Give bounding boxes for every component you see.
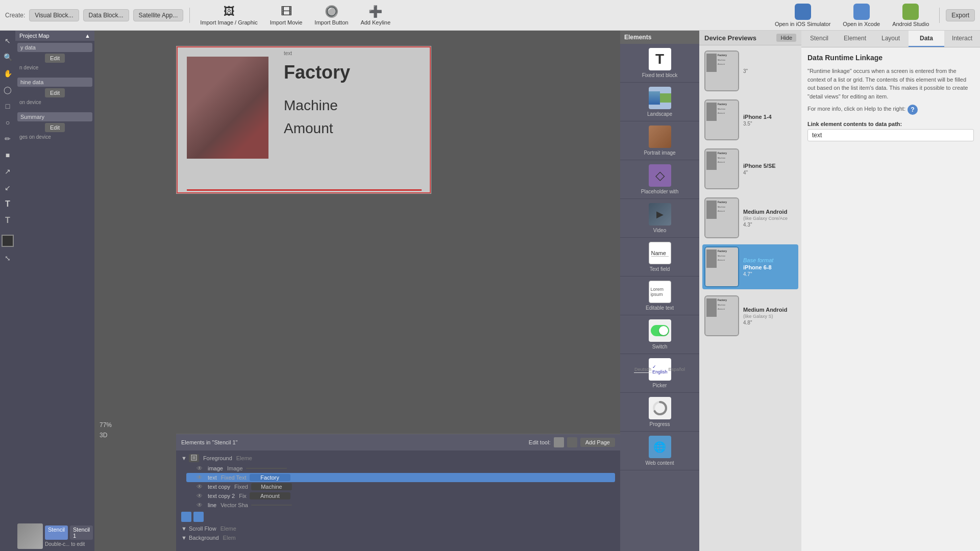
device-info-4: Base format iPhone 6-8 4.7" (743, 257, 773, 277)
eye-image[interactable]: 👁 (197, 465, 203, 472)
android-studio-btn[interactable]: Android Studio (888, 2, 933, 29)
elements-header-label: Elements in "Stencil 1" (181, 439, 238, 445)
device-item-0[interactable]: Factory Machine Amount 3" (702, 48, 798, 93)
project-map-header[interactable]: Project Map ▲ (15, 31, 94, 41)
device-item-4[interactable]: Factory Machine Amount Base format iPhon… (702, 244, 798, 289)
device-size-1: 3.5" (743, 121, 772, 127)
element-landscape[interactable]: Landscape (620, 83, 699, 121)
tree-item-text-factory[interactable]: 👁 text Fixed Text Factory (186, 473, 615, 482)
stack-icon-2[interactable] (193, 512, 204, 522)
image-value (246, 468, 287, 469)
create-label: Create: (5, 12, 25, 19)
edit-tool-cursor[interactable] (554, 437, 564, 447)
help-icon[interactable]: ? (908, 105, 918, 115)
picker-label: Picker (653, 383, 667, 388)
add-page-btn[interactable]: Add Page (580, 438, 615, 447)
device-info-1: iPhone 1-4 3.5" (743, 114, 772, 127)
edit-y-data-btn[interactable]: Edit (45, 54, 65, 63)
foreground-section[interactable]: ▼ Foreground Eleme (181, 453, 615, 464)
tab-layout[interactable]: Layout (873, 31, 909, 47)
rect-tool[interactable]: □ (1, 99, 15, 113)
portrait-icon (649, 126, 671, 148)
device-size-3: 4.3" (743, 222, 788, 228)
device-info-3: Medium Android (like Galaxy Core/Ace 4.3… (743, 209, 788, 228)
zoom-level: 77% (100, 421, 112, 429)
satellite-app-btn[interactable]: Satellite App... (133, 9, 184, 21)
element-portrait[interactable]: Portrait image (620, 121, 699, 160)
open-ios-sim-btn[interactable]: Open in iOS Simulator (771, 2, 835, 29)
device-item-5[interactable]: Factory Machine Amount Medium Android (l… (702, 293, 798, 338)
zoom-tool[interactable]: 🔍 (1, 50, 15, 64)
color-swatch[interactable] (2, 235, 14, 247)
edit-tool-section: Edit tool: Add Page (529, 437, 615, 447)
tab-element[interactable]: Element (837, 31, 873, 47)
open-xcode-btn[interactable]: Open in Xcode (839, 2, 884, 29)
eye-text-copy[interactable]: 👁 (197, 483, 203, 490)
add-keyline-btn[interactable]: ➕ Add Keyline (356, 3, 395, 28)
web-content-icon: 🌐 (649, 436, 671, 458)
device-previews-title: Device Previews (704, 34, 756, 42)
main-layout: ↖ 🔍 ✋ ◯ □ ○ ✏ ■ ↗ ↙ T T ⤡ Project Map ▲ … (0, 31, 980, 551)
element-placeholder[interactable]: ◇ Placeholder with (620, 160, 699, 199)
move-tool[interactable]: ↙ (1, 181, 15, 195)
device-item-3[interactable]: Factory Machine Amount Medium Android (l… (702, 195, 798, 240)
switch-label: Switch (652, 344, 667, 349)
eye-line[interactable]: 👁 (197, 502, 203, 509)
device-item-1[interactable]: Factory Machine Amount iPhone 1-4 3.5" (702, 97, 798, 142)
stencil-info: Stencil Stencil 1 Double-c... to edit (45, 525, 93, 547)
ellipse-tool[interactable]: ○ (1, 115, 15, 130)
device-name-4: iPhone 6-8 (743, 264, 773, 270)
canvas-area: text Factory Machine Amount Align... ▼ (94, 31, 620, 551)
square-tool[interactable]: ■ (1, 148, 15, 162)
device-thumb-4: Factory Machine Amount (704, 246, 739, 287)
resize-handle[interactable]: ⤡ (1, 251, 15, 265)
select-tool[interactable]: ↗ (1, 164, 15, 179)
hand-tool[interactable]: ✋ (1, 66, 15, 81)
tab-interact[interactable]: Interact (944, 31, 980, 47)
element-video[interactable]: ▶ Video (620, 199, 699, 238)
import-button-btn[interactable]: 🔘 Import Button (310, 3, 352, 28)
edit-tool-alt[interactable] (567, 437, 577, 447)
elements-tree: ▼ Foreground Eleme 👁 image Image (176, 450, 620, 544)
element-switch[interactable]: Switch (620, 315, 699, 354)
pen-tool[interactable]: ◯ (1, 83, 15, 97)
eye-text-copy2[interactable]: 👁 (197, 492, 203, 499)
tab-stencil[interactable]: Stencil (801, 31, 837, 47)
text-tool[interactable]: T (1, 197, 15, 211)
field-label: Link element contents to data path: (807, 121, 974, 127)
import-movie-btn[interactable]: 🎞 Import Movie (266, 3, 307, 28)
device-size-detail-3: (like Galaxy Core/Ace (743, 216, 788, 221)
separator-1 (189, 8, 190, 23)
stack-icon-1[interactable] (181, 512, 191, 522)
tree-item-text-amount: 👁 text copy 2 Fix Amount (186, 491, 615, 500)
canvas-image (187, 57, 268, 159)
project-map-label: Project Map (19, 33, 50, 39)
pencil-tool[interactable]: ✏ (1, 132, 15, 146)
progress-icon (649, 397, 671, 419)
background-section[interactable]: ▼ Background Elem (181, 533, 615, 542)
data-block-btn[interactable]: Data Block... (83, 9, 129, 21)
edit-summary-btn[interactable]: Edit (45, 123, 65, 132)
eye-text[interactable]: 👁 (197, 474, 203, 481)
element-fixed-text-block[interactable]: T Fixed text block (620, 44, 699, 83)
edit-hine-data-btn[interactable]: Edit (45, 88, 65, 97)
tab-data[interactable]: Data (909, 31, 944, 47)
tree-item-line: 👁 line Vector Sha (186, 500, 615, 510)
data-path-input[interactable] (807, 129, 974, 141)
element-text-field[interactable]: Name Text field (620, 238, 699, 277)
element-progress[interactable]: Progress (620, 393, 699, 432)
left-sidebar: Project Map ▲ y data Edit n device hine … (15, 31, 94, 551)
elements-header: Elements in "Stencil 1" Edit tool: Add P… (176, 434, 620, 450)
scroll-flow-section[interactable]: ▼ Scroll Flow Eleme (181, 524, 615, 533)
element-picker[interactable]: Deutsch ✓ English Español Picker (620, 354, 699, 393)
element-web-content[interactable]: 🌐 Web content (620, 432, 699, 470)
device-item-2[interactable]: Factory Machine Amount iPhone 5/SE 4" (702, 146, 798, 191)
export-btn[interactable]: Export (946, 9, 975, 21)
import-graphic-btn[interactable]: 🖼 Import Image / Graphic (196, 3, 262, 28)
text-tool-2[interactable]: T (1, 213, 15, 228)
element-editable-text[interactable]: Lorem ipsum Editable text (620, 277, 699, 315)
visual-block-btn[interactable]: Visual Block... (29, 9, 79, 21)
cursor-tool[interactable]: ↖ (1, 34, 15, 48)
placeholder-icon: ◇ (649, 164, 671, 187)
hide-btn[interactable]: Hide (776, 34, 796, 42)
